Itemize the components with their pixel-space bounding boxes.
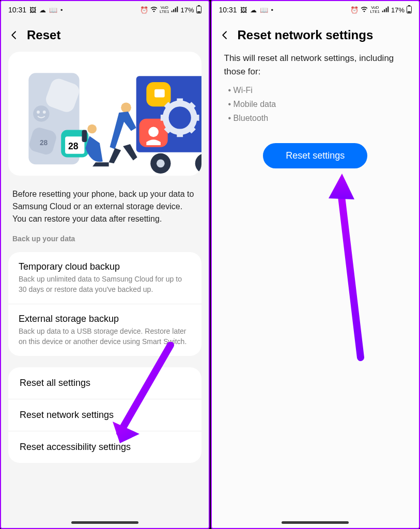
calendar-day: 28 xyxy=(68,141,79,151)
reset-network-list: Wi-Fi Mobile data Bluetooth xyxy=(224,83,407,126)
signal-icon xyxy=(382,6,389,14)
dot-icon: • xyxy=(271,6,274,14)
row-reset-all-settings[interactable]: Reset all settings xyxy=(8,367,201,399)
back-button[interactable] xyxy=(8,29,20,41)
backup-section-label: Back up your data xyxy=(12,235,197,243)
svg-point-7 xyxy=(33,105,49,121)
svg-line-27 xyxy=(166,128,170,132)
bullet-wifi: Wi-Fi xyxy=(228,83,407,97)
svg-point-12 xyxy=(87,125,97,134)
row-external-storage-backup[interactable]: External storage backup Back up data to … xyxy=(8,304,201,356)
status-bar: 10:31 🖼 ☁ 📖 • ⏰ VoDLTE1 17% xyxy=(1,1,209,19)
navigation-pill[interactable] xyxy=(282,521,349,524)
alarm-icon: ⏰ xyxy=(140,6,148,14)
svg-line-26 xyxy=(190,128,194,132)
battery-icon xyxy=(407,5,412,15)
signal-icon xyxy=(171,6,178,14)
svg-line-28 xyxy=(190,104,194,107)
cloud-icon: ☁ xyxy=(250,6,257,14)
dot-icon: • xyxy=(60,6,63,14)
svg-rect-35 xyxy=(408,11,411,13)
reset-illustration: 28 28 xyxy=(8,52,201,176)
cloud-icon: ☁ xyxy=(39,6,46,14)
svg-rect-19 xyxy=(154,89,165,98)
reset-network-description: This will reset all network settings, in… xyxy=(224,52,407,78)
status-time: 10:31 xyxy=(8,6,26,14)
svg-point-31 xyxy=(195,153,201,174)
svg-line-25 xyxy=(166,104,170,107)
bullet-bluetooth: Bluetooth xyxy=(228,111,407,125)
battery-percent: 17% xyxy=(391,6,405,14)
page-title: Reset network settings xyxy=(238,28,374,42)
row-reset-accessibility-settings[interactable]: Reset accessibility settings xyxy=(8,431,201,463)
reset-description: Before resetting your phone, back up you… xyxy=(12,188,197,225)
svg-point-8 xyxy=(37,111,40,114)
phone-right: 10:31 🖼 ☁ 📖 • ⏰ VoDLTE1 17% xyxy=(211,0,421,529)
reset-options-card: Reset all settings Reset network setting… xyxy=(8,367,201,463)
picture-icon: 🖼 xyxy=(29,6,36,14)
status-bar: 10:31 🖼 ☁ 📖 • ⏰ VoDLTE1 17% xyxy=(212,1,419,19)
wifi-icon xyxy=(361,6,368,14)
app-header: Reset xyxy=(1,19,209,52)
lte-indicator: VoDLTE1 xyxy=(160,6,169,14)
reset-settings-button[interactable]: Reset settings xyxy=(263,143,367,168)
svg-text:28: 28 xyxy=(40,139,48,147)
bullet-mobile-data: Mobile data xyxy=(228,97,407,111)
status-time: 10:31 xyxy=(219,6,237,14)
backup-options-card: Temporary cloud backup Back up unlimited… xyxy=(8,252,201,356)
picture-icon: 🖼 xyxy=(240,6,247,14)
svg-point-14 xyxy=(121,102,131,113)
svg-point-9 xyxy=(43,111,46,114)
svg-point-17 xyxy=(148,127,159,137)
page-title: Reset xyxy=(27,28,60,42)
row-reset-network-settings[interactable]: Reset network settings xyxy=(8,399,201,431)
svg-rect-2 xyxy=(197,11,200,13)
svg-rect-13 xyxy=(82,130,87,142)
wifi-icon xyxy=(150,6,158,14)
book-icon: 📖 xyxy=(260,6,268,14)
alarm-icon: ⏰ xyxy=(350,6,359,14)
row-temporary-cloud-backup[interactable]: Temporary cloud backup Back up unlimited… xyxy=(8,252,201,304)
navigation-pill[interactable] xyxy=(71,521,138,524)
lte-indicator: VoDLTE1 xyxy=(370,6,380,14)
phone-left: 10:31 🖼 ☁ 📖 • ⏰ VoDLTE1 17% xyxy=(0,0,210,529)
battery-percent: 17% xyxy=(180,6,194,14)
svg-point-30 xyxy=(157,159,165,167)
app-header: Reset network settings xyxy=(212,19,419,52)
book-icon: 📖 xyxy=(49,6,57,14)
back-button[interactable] xyxy=(219,29,230,41)
battery-icon xyxy=(196,5,201,15)
